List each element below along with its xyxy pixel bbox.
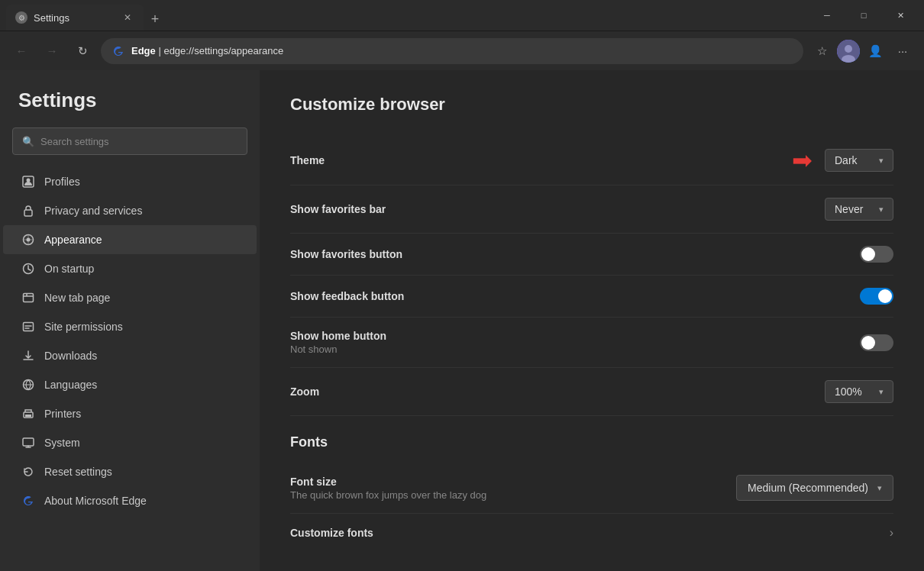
font-size-chevron-icon: ▾ xyxy=(877,483,882,493)
red-arrow-icon: ➡ xyxy=(792,148,813,173)
sidebar-item-reset[interactable]: Reset settings xyxy=(3,457,257,486)
sitepermissions-icon xyxy=(21,320,35,334)
home-button-setting-row: Show home button Not shown xyxy=(290,318,893,368)
font-size-dropdown[interactable]: Medium (Recommended) ▾ xyxy=(736,475,893,501)
sidebar-item-onstartup-label: On startup xyxy=(44,263,94,275)
favorites-button-setting-row: Show favorites button xyxy=(290,234,893,276)
sidebar-item-system[interactable]: System xyxy=(3,428,257,457)
refresh-button[interactable]: ↻ xyxy=(70,39,95,63)
sidebar-item-newtab-label: New tab page xyxy=(44,292,110,304)
more-tools-icon[interactable]: ··· xyxy=(890,39,915,63)
font-preview: The quick brown fox jumps over the lazy … xyxy=(290,489,486,501)
close-button[interactable]: ✕ xyxy=(883,3,918,27)
zoom-value: 100% xyxy=(835,386,862,398)
customize-fonts-row[interactable]: Customize fonts › xyxy=(290,514,893,552)
theme-control: ➡ Dark ▾ xyxy=(792,148,893,173)
active-tab[interactable]: ⚙ Settings ✕ xyxy=(6,5,144,31)
sidebar-item-profiles[interactable]: Profiles xyxy=(3,167,257,196)
zoom-control: 100% ▾ xyxy=(825,380,893,403)
printers-icon xyxy=(21,407,35,421)
sidebar-item-sitepermissions[interactable]: Site permissions xyxy=(3,312,257,341)
maximize-button[interactable]: □ xyxy=(846,3,881,27)
feedback-button-toggle[interactable] xyxy=(860,288,893,305)
theme-dropdown[interactable]: Dark ▾ xyxy=(825,149,893,172)
search-icon: 🔍 xyxy=(22,136,34,147)
theme-value: Dark xyxy=(835,154,858,166)
home-button-toggle-knob xyxy=(861,336,875,350)
sidebar-item-languages[interactable]: Languages xyxy=(3,370,257,399)
forward-button[interactable]: → xyxy=(40,39,64,63)
tab-title: Settings xyxy=(34,12,69,24)
favorites-bar-label: Show favorites bar xyxy=(290,203,386,215)
sidebar: Settings 🔍 Profiles Privacy and services… xyxy=(0,70,260,571)
browser-essentials-icon[interactable]: 👤 xyxy=(863,39,887,63)
languages-icon xyxy=(21,378,35,392)
sidebar-item-downloads[interactable]: Downloads xyxy=(3,341,257,370)
svg-point-4 xyxy=(27,179,31,182)
minimize-button[interactable]: ─ xyxy=(809,3,845,27)
newtab-icon xyxy=(21,291,35,305)
favorites-button-toggle-knob xyxy=(861,247,875,261)
avatar[interactable] xyxy=(837,40,860,63)
font-size-control: Medium (Recommended) ▾ xyxy=(736,475,893,501)
font-size-value: Medium (Recommended) xyxy=(748,482,868,494)
sidebar-item-appearance[interactable]: Appearance xyxy=(3,225,257,254)
sidebar-item-privacy[interactable]: Privacy and services xyxy=(3,196,257,225)
feedback-button-setting-row: Show feedback button xyxy=(290,276,893,318)
svg-rect-14 xyxy=(23,438,34,446)
home-button-info: Show home button Not shown xyxy=(290,330,386,355)
fonts-section-title: Fonts xyxy=(290,434,893,450)
home-button-control xyxy=(860,334,893,351)
page-title: Customize browser xyxy=(290,95,893,115)
sidebar-item-printers[interactable]: Printers xyxy=(3,399,257,428)
zoom-label: Zoom xyxy=(290,386,319,398)
profiles-icon xyxy=(21,175,35,189)
sidebar-item-about[interactable]: About Microsoft Edge xyxy=(3,486,257,515)
tab-area: ⚙ Settings ✕ + xyxy=(6,0,806,31)
settings-panel: Customize browser Theme ➡ Dark ▾ Show fa… xyxy=(260,70,924,571)
home-button-sublabel: Not shown xyxy=(290,344,386,355)
svg-rect-13 xyxy=(25,415,31,417)
sidebar-item-onstartup[interactable]: On startup xyxy=(3,254,257,283)
sidebar-title: Settings xyxy=(0,89,260,127)
favorites-icon[interactable]: ☆ xyxy=(809,39,834,63)
font-size-label: Font size xyxy=(290,476,486,488)
address-bar-input[interactable]: Edge | edge://settings/appearance xyxy=(101,38,803,64)
new-tab-button[interactable]: + xyxy=(144,8,166,31)
tab-close-button[interactable]: ✕ xyxy=(121,11,134,24)
favorites-bar-control: Never ▾ xyxy=(825,198,893,221)
sidebar-item-printers-label: Printers xyxy=(44,408,81,420)
sidebar-item-about-label: About Microsoft Edge xyxy=(44,495,147,507)
arrow-annotation: ➡ xyxy=(792,148,819,173)
favorites-bar-dropdown[interactable]: Never ▾ xyxy=(825,198,893,221)
search-input[interactable] xyxy=(40,136,237,147)
window-controls: ─ □ ✕ xyxy=(809,3,918,27)
address-text: Edge | edge://settings/appearance xyxy=(131,45,283,56)
home-button-toggle[interactable] xyxy=(860,334,893,351)
sidebar-item-downloads-label: Downloads xyxy=(44,350,97,362)
search-box[interactable]: 🔍 xyxy=(12,127,247,155)
zoom-dropdown[interactable]: 100% ▾ xyxy=(825,380,893,403)
privacy-icon xyxy=(21,204,35,218)
back-button[interactable]: ← xyxy=(9,39,34,63)
toolbar-icons: ☆ 👤 ··· xyxy=(809,39,915,63)
sidebar-item-newtab[interactable]: New tab page xyxy=(3,283,257,312)
sidebar-item-sitepermissions-label: Site permissions xyxy=(44,321,123,333)
favorites-bar-value: Never xyxy=(835,203,863,215)
svg-rect-9 xyxy=(24,294,34,302)
edge-logo-icon xyxy=(111,44,125,58)
theme-setting-row: Theme ➡ Dark ▾ xyxy=(290,136,893,185)
sidebar-item-appearance-label: Appearance xyxy=(44,234,102,246)
appearance-icon xyxy=(21,233,35,247)
sidebar-item-system-label: System xyxy=(44,437,80,449)
system-icon xyxy=(21,436,35,450)
theme-chevron-icon: ▾ xyxy=(879,156,884,166)
onstartup-icon xyxy=(21,262,35,276)
font-size-setting-row: Font size The quick brown fox jumps over… xyxy=(290,463,893,514)
main-content: Settings 🔍 Profiles Privacy and services… xyxy=(0,70,924,571)
zoom-chevron-icon: ▾ xyxy=(879,387,884,397)
favorites-button-toggle[interactable] xyxy=(860,246,893,263)
favorites-bar-chevron-icon: ▾ xyxy=(879,205,884,215)
svg-point-7 xyxy=(27,238,31,242)
svg-point-1 xyxy=(845,45,852,53)
